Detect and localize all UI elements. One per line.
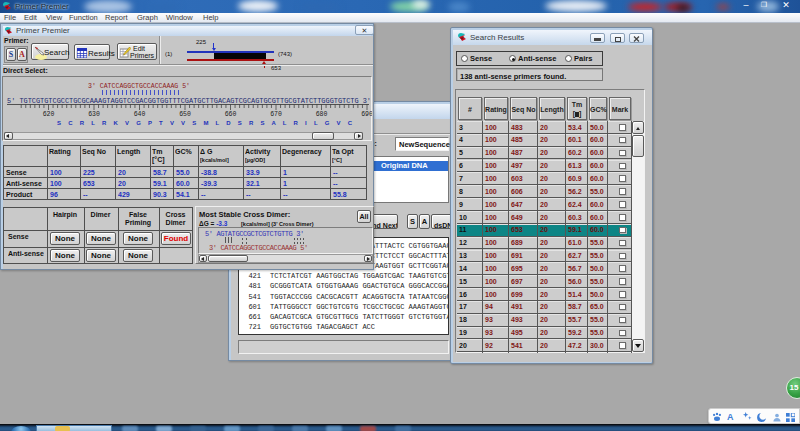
svg-text:620: 620 — [43, 111, 55, 118]
svg-text:660: 660 — [225, 111, 237, 118]
svg-text:3' CATCCAGGCTGCCACCAAAG 5': 3' CATCCAGGCTGCCACCAAAG 5' — [88, 82, 190, 90]
svg-text:5' TGTCGTGTCGCCTGCGCAAAGTAGGTC: 5' TGTCGTGTCGCCTGCGCAAAGTAGGTCCGACGGTGGT… — [7, 97, 371, 105]
svg-text:690: 690 — [361, 111, 372, 118]
svg-text:670: 670 — [270, 111, 282, 118]
svg-text:S C R L R K V G P T V V S M L: S C R L R K V G P T V V S M L D S R S A … — [57, 120, 353, 126]
svg-text:630: 630 — [88, 111, 100, 118]
svg-text:650: 650 — [179, 111, 191, 118]
svg-text:680: 680 — [316, 111, 328, 118]
svg-text:640: 640 — [134, 111, 146, 118]
